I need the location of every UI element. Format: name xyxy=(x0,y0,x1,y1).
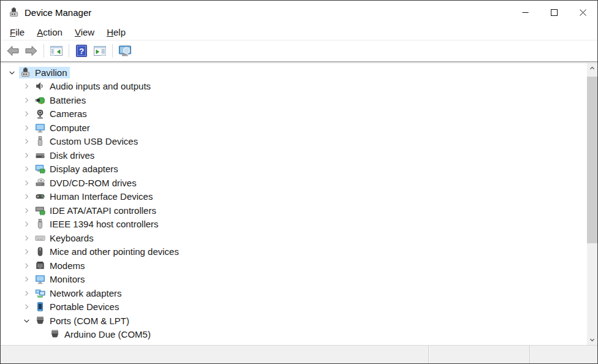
tree-item-human-interface-devices[interactable]: Human Interface Devices xyxy=(1,190,587,204)
tree-item-content[interactable]: Custom USB Devices xyxy=(34,135,140,147)
scrollbar-thumb[interactable] xyxy=(587,77,597,243)
minimize-button[interactable] xyxy=(511,1,540,25)
tree-item-dvd-cd-rom-drives[interactable]: DVD/CD-ROM drives xyxy=(1,176,587,190)
tree-item-label: Monitors xyxy=(50,274,85,284)
forward-button[interactable] xyxy=(23,42,40,59)
close-button[interactable] xyxy=(569,1,597,25)
chevron-down-icon[interactable] xyxy=(4,66,19,79)
chevron-right-icon[interactable] xyxy=(19,176,34,189)
tree-item-custom-usb-devices[interactable]: Custom USB Devices xyxy=(1,135,587,149)
console-tree-icon xyxy=(50,44,63,58)
title-bar[interactable]: Device Manager xyxy=(1,1,597,25)
tree-item-ieee-1394-host-controllers[interactable]: IEEE 1394 host controllers xyxy=(1,218,587,232)
tree-item-content[interactable]: Ports (COM & LPT) xyxy=(34,315,132,327)
tree-item-portable-devices[interactable]: Portable Devices xyxy=(1,300,587,314)
properties-icon xyxy=(93,44,107,58)
chevron-right-icon[interactable] xyxy=(19,80,34,93)
tree-item-arduino-due-com5[interactable]: Arduino Due (COM5) xyxy=(1,328,587,342)
tree-item-label: Batteries xyxy=(50,95,86,105)
tree-item-cameras[interactable]: Cameras xyxy=(1,107,587,121)
statusbar-section xyxy=(429,346,530,363)
chevron-right-icon[interactable] xyxy=(19,231,34,245)
portable-device-icon xyxy=(35,301,45,312)
scan-hardware-changes-button[interactable] xyxy=(116,42,134,59)
tree-item-content[interactable]: Disk drives xyxy=(34,150,97,161)
tree-item-mice-and-other-pointing-devices[interactable]: Mice and other pointing devices xyxy=(1,245,587,259)
chevron-right-icon[interactable] xyxy=(19,245,34,259)
show-hide-console-tree-button[interactable] xyxy=(48,42,65,59)
tree-item-content[interactable]: Cameras xyxy=(34,108,89,119)
tree-item-display-adapters[interactable]: Display adapters xyxy=(1,162,587,176)
tree-item-pavilion[interactable]: Pavilion xyxy=(1,66,587,80)
tree-item-content[interactable]: IEEE 1394 host controllers xyxy=(34,218,161,230)
firewire-icon xyxy=(35,219,45,229)
chevron-right-icon[interactable] xyxy=(19,121,34,134)
chevron-right-icon[interactable] xyxy=(19,259,34,272)
menu-help[interactable]: Help xyxy=(100,26,132,39)
tree-item-keyboards[interactable]: Keyboards xyxy=(1,231,587,245)
menu-file[interactable]: File xyxy=(4,26,31,39)
tree-item-network-adapters[interactable]: Network adapters xyxy=(1,286,587,300)
chevron-right-icon[interactable] xyxy=(19,148,34,162)
tree-item-content[interactable]: Batteries xyxy=(34,94,88,106)
menu-view[interactable]: View xyxy=(69,26,100,39)
tree-item-content[interactable]: Computer xyxy=(34,122,93,134)
chevron-up-icon xyxy=(589,66,595,71)
chevron-right-icon[interactable] xyxy=(19,300,34,314)
chevron-right-icon[interactable] xyxy=(19,190,34,203)
tree-item-batteries[interactable]: Batteries xyxy=(1,93,587,107)
chevron-right-icon[interactable] xyxy=(19,135,34,148)
tree-item-content[interactable]: Display adapters xyxy=(34,163,121,175)
tree-item-content[interactable]: Mice and other pointing devices xyxy=(34,246,181,257)
tree-item-audio-inputs-and-outputs[interactable]: Audio inputs and outputs xyxy=(1,80,587,94)
tree-item-disk-drives[interactable]: Disk drives xyxy=(1,148,587,162)
help-icon: ? xyxy=(75,44,88,58)
chevron-down-icon[interactable] xyxy=(19,314,34,327)
menu-bar: File Action View Help xyxy=(1,25,597,40)
back-button[interactable] xyxy=(4,42,21,59)
tree-item-content[interactable]: IDE ATA/ATAPI controllers xyxy=(34,205,159,216)
serial-port-icon xyxy=(35,316,45,326)
tree-item-ide-ata-atapi-controllers[interactable]: IDE ATA/ATAPI controllers xyxy=(1,203,587,218)
chevron-right-icon[interactable] xyxy=(19,203,34,217)
chevron-right-icon[interactable] xyxy=(19,286,34,300)
tree-item-content[interactable]: Modems xyxy=(34,260,88,271)
gamepad-icon xyxy=(35,191,45,202)
chevron-right-icon[interactable] xyxy=(19,218,34,231)
tree-item-modems[interactable]: Modems xyxy=(1,259,587,273)
scroll-down-button[interactable] xyxy=(587,335,597,345)
maximize-button[interactable] xyxy=(540,1,569,25)
tree-item-content[interactable]: Arduino Due (COM5) xyxy=(48,328,153,340)
chevron-right-icon[interactable] xyxy=(19,162,34,176)
tree-item-content[interactable]: Network adapters xyxy=(34,287,124,299)
tree-item-monitors[interactable]: Monitors xyxy=(1,273,587,287)
webcam-icon xyxy=(35,108,45,119)
tree-item-content[interactable]: Monitors xyxy=(34,273,88,285)
status-bar xyxy=(1,345,597,363)
tree-item-content[interactable]: Keyboards xyxy=(34,232,96,244)
tree-item-label: Modems xyxy=(50,260,85,271)
vertical-scrollbar[interactable] xyxy=(587,63,597,345)
menu-action[interactable]: Action xyxy=(31,26,69,39)
tree-item-content[interactable]: DVD/CD-ROM drives xyxy=(34,177,139,189)
tree-item-label: Audio inputs and outputs xyxy=(50,81,151,91)
scroll-up-button[interactable] xyxy=(587,63,597,74)
chevron-right-icon[interactable] xyxy=(19,107,34,121)
ide-controller-icon xyxy=(35,205,45,216)
tree-item-content[interactable]: Pavilion xyxy=(19,67,70,78)
tree-item-content[interactable]: Human Interface Devices xyxy=(34,191,155,202)
tree-item-label: Keyboards xyxy=(50,233,94,243)
modem-icon xyxy=(35,260,45,271)
help-button[interactable]: ? xyxy=(73,42,90,59)
minimize-icon xyxy=(522,9,529,16)
tree-item-computer[interactable]: Computer xyxy=(1,121,587,135)
tree-item-content[interactable]: Audio inputs and outputs xyxy=(34,80,153,92)
chevron-down-icon xyxy=(589,337,595,343)
tree-item-content[interactable]: Portable Devices xyxy=(34,301,121,313)
device-manager-window: Device Manager File Action View Help xyxy=(0,0,598,364)
chevron-right-icon[interactable] xyxy=(19,273,34,286)
tree-item-ports-com-lpt[interactable]: Ports (COM & LPT) xyxy=(1,314,587,328)
properties-button[interactable] xyxy=(91,42,108,59)
chevron-right-icon[interactable] xyxy=(19,93,34,107)
tree-item-label: Ports (COM & LPT) xyxy=(50,316,129,326)
